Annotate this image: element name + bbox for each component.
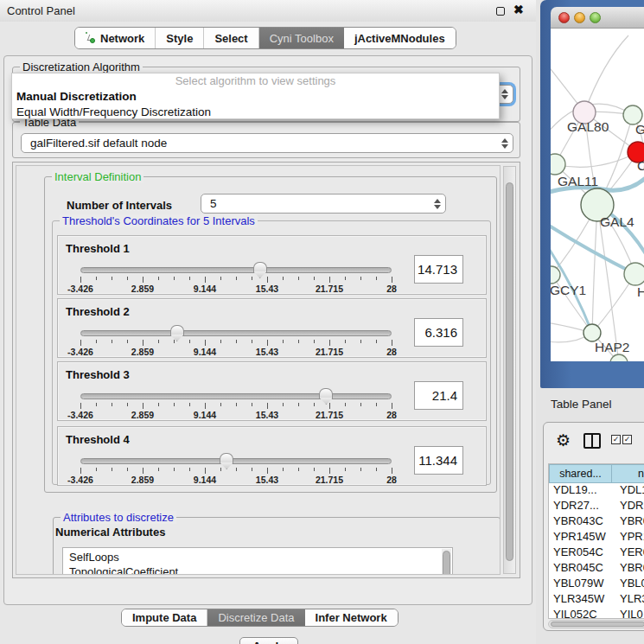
table-row[interactable]: YBR043CYBR0 [549,514,644,530]
group-title: Discretization Algorithm [20,61,143,73]
slider-track[interactable] [80,458,392,464]
right-column: GAL80GACGAL11GAL4GCY1HHAP2 Table Panel ⚙… [536,0,644,644]
threshold-label: Threshold 1 [66,242,130,255]
network-node-label: GCY1 [551,283,586,297]
tab-label: Style [166,32,193,45]
settings-vertical-scrollbar[interactable] [503,166,516,574]
table-panel-title: Table Panel [551,398,612,411]
numerical-attributes-list[interactable]: SelfLoopsTopologicalCoefficientBetweenne… [62,547,453,575]
tab-label: Cyni Toolbox [270,32,334,45]
column-layout-icon[interactable] [583,433,601,449]
table-data-group: Table Data galFiltered.sif default node [12,122,520,158]
slider-track[interactable] [80,393,392,399]
column-header-shared-name[interactable]: shared... [549,464,612,483]
tab-label: Select [214,32,247,45]
network-icon [86,32,96,44]
threshold-value-field[interactable]: 6.316 [414,318,463,347]
slider-ticks [80,468,392,475]
network-canvas[interactable]: GAL80GACGAL11GAL4GCY1HHAP2 [551,29,644,361]
table-row[interactable]: YLR345WYLR3 [549,592,644,608]
table-row[interactable]: YBL079WYBL0 [549,577,644,592]
node-attribute-table: shared... name YDL19...YDL1YDR27...YDR2Y… [548,463,644,619]
network-edge[interactable] [551,224,635,274]
number-of-intervals-combobox[interactable]: 5 [201,194,446,214]
algorithm-settings-panel: Interval Definition Number of Intervals … [12,162,520,578]
slider-scale-labels: -3.4262.8599.14415.4321.71528 [80,347,392,356]
network-node[interactable] [551,266,560,284]
threshold-panel: Threshold 4-3.4262.8599.14415.4321.71528… [57,426,487,486]
close-icon[interactable]: ✖ [513,3,524,16]
threshold-value-field[interactable]: 21.4 [414,381,463,410]
slider-scale-labels: -3.4262.8599.14415.4321.71528 [80,284,392,293]
slider-track[interactable] [80,267,392,273]
table-row[interactable]: YDL19...YDL1 [549,483,644,499]
algorithm-dropdown-popup: Select algorithm to view settings Manual… [11,73,500,119]
slider-ticks [80,340,392,347]
slider-ticks [80,277,392,284]
slider-ticks [80,403,392,410]
tab-select[interactable]: Select [204,28,258,48]
network-edge[interactable] [555,152,638,167]
threshold-label: Threshold 4 [66,433,130,446]
table-horizontal-scrollbar[interactable] [548,620,644,628]
threshold-value-field[interactable]: 14.713 [414,255,463,284]
tab-label: Network [100,32,144,45]
checkbox-icon[interactable]: ✓ [622,435,632,444]
zoom-traffic-light[interactable] [590,12,601,23]
scrollbar-thumb[interactable] [506,182,513,561]
attributes-group: Attributes to discretize Numerical Attri… [53,517,501,575]
tab-infer-network[interactable]: Infer Network [305,609,398,626]
table-row[interactable]: YDR27...YDR2 [549,499,644,514]
top-tab-bar: Network Style Select Cyni Toolbox jActiv… [74,27,456,49]
tab-style[interactable]: Style [156,28,204,48]
close-traffic-light[interactable] [558,12,570,23]
combo-arrows-icon [497,138,513,149]
network-edge[interactable] [584,35,628,112]
network-node[interactable] [624,263,644,285]
numerical-attributes-label: Numerical Attributes [55,526,165,539]
bottom-tab-bar: Impute Data Discretize Data Infer Networ… [121,609,399,627]
tab-network[interactable]: Network [75,28,156,48]
apply-button[interactable]: Apply [239,637,298,644]
gear-icon[interactable]: ⚙ [556,430,571,450]
group-title: Threshold's Coordinates for 5 Intervals [60,214,258,227]
dropdown-option-manual-discretization[interactable]: Manual Discretization [12,89,499,105]
table-row[interactable]: YBR045CYBR0 [549,561,644,577]
checkbox-icon[interactable]: ✓ [611,435,621,444]
float-window-icon[interactable] [496,7,505,16]
network-node-label: HAP2 [595,340,630,354]
threshold-value-field[interactable]: 11.344 [414,446,463,475]
network-node-label: GA [635,122,644,137]
tab-label: jActiveMNodules [354,32,445,45]
combo-value: galFiltered.sif default node [22,137,497,150]
attribute-list-item[interactable]: TopologicalCoefficient [69,564,452,575]
minimize-traffic-light[interactable] [574,12,585,23]
panel-title: Control Panel [7,4,75,17]
network-node[interactable] [551,154,565,175]
list-vertical-scrollbar[interactable] [442,549,451,575]
tab-jactivemnodules[interactable]: jActiveMNodules [344,28,456,48]
network-node[interactable] [583,324,601,341]
column-header-name[interactable]: name [612,464,644,483]
table-row[interactable]: YPR145WYPR1 [549,530,644,545]
tab-discretize-data[interactable]: Discretize Data [207,609,304,626]
scrollbar-thumb[interactable] [551,622,644,627]
network-view-window: GAL80GACGAL11GAL4GCY1HHAP2 [540,0,644,388]
slider-track[interactable] [80,330,392,336]
thresholds-group: Threshold's Coordinates for 5 Intervals … [52,220,491,485]
network-edge[interactable] [592,205,597,333]
attribute-list-item[interactable]: SelfLoops [69,550,452,564]
tab-cyni-toolbox[interactable]: Cyni Toolbox [259,28,344,48]
tab-label: Impute Data [132,611,196,624]
table-row[interactable]: YIL052CYIL0 [549,608,644,619]
network-window-titlebar[interactable] [551,7,644,29]
threshold-panel: Threshold 2-3.4262.8599.14415.4321.71528… [57,298,487,358]
tab-impute-data[interactable]: Impute Data [122,609,207,626]
slider-scale-labels: -3.4262.8599.14415.4321.71528 [80,475,392,484]
table-data-combobox[interactable]: galFiltered.sif default node [21,133,513,153]
network-node-label: GAL80 [567,119,609,134]
table-row[interactable]: YER054CYER0 [549,545,644,561]
number-of-intervals-label: Number of Intervals [67,199,172,212]
group-title: Attributes to discretize [61,511,176,524]
dropdown-option-equal-width-frequency[interactable]: Equal Width/Frequency Discretization [12,105,499,120]
